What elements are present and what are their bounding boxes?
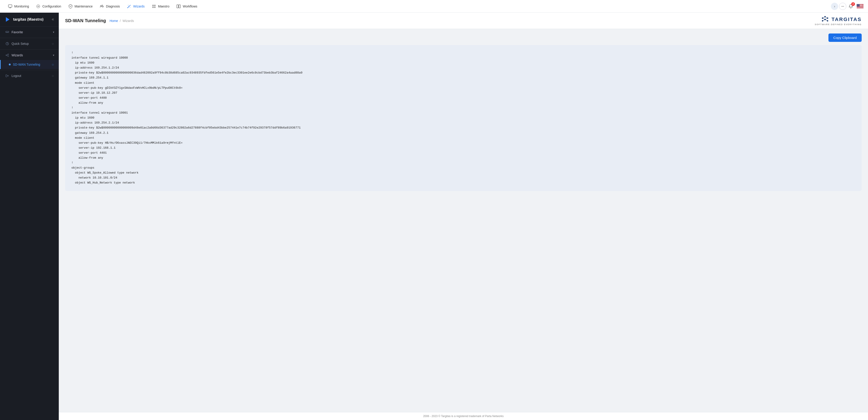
svg-point-34 [8,54,8,55]
sidebar-divider-1 [0,38,59,38]
targitas-logo-icon [820,16,830,23]
breadcrumb-separator: / [120,19,121,23]
svg-line-48 [823,18,825,20]
svg-line-38 [7,55,8,56]
monitor-icon [8,4,13,9]
sidebar-item-label: Favorite [11,30,23,34]
sidebar-collapse-button[interactable] [51,18,54,21]
page-title: SD-WAN Tunneling [65,18,106,23]
nav-item-workflows[interactable]: Workflows [173,2,200,11]
sidebar-item-label: Wizards [11,53,23,57]
star-icon[interactable]: ☆ [52,74,54,78]
topbar: MonitoringConfigurationMaintenanceDiagno… [0,0,868,13]
svg-rect-0 [8,5,12,7]
svg-point-9 [128,5,128,5]
targitas-logo: TARGITAS [820,16,862,23]
nav-item-label-wizards: Wizards [133,4,145,8]
footer-text: 2006 - 2023 © Targitas is a registered t… [423,415,504,418]
svg-line-50 [823,20,825,21]
nav-item-label-maestro: Maestro [158,4,169,8]
nav-item-diagnosis[interactable]: Diagnosis [96,2,123,11]
sidebar-divider-2 [0,49,59,50]
star-icon[interactable]: ☆ [52,42,54,46]
content-area: SD-WAN Tunneling Home / Wizards [59,13,868,420]
sidebar-item-quick-setup[interactable]: Quick Setup ☆ [0,39,59,49]
svg-line-47 [825,17,828,18]
wave-icon [99,4,104,9]
active-dot-icon [9,63,11,65]
sidebar: targitas (Maestro) Favorite ▾ [0,13,59,420]
chevron-down-icon: ▾ [53,31,54,34]
shield-check-icon [68,4,73,9]
main-layout: targitas (Maestro) Favorite ▾ [0,13,868,420]
config-code-block: ! interface tunnel wireguard 10000 ip mt… [65,45,862,191]
sidebar-item-logout[interactable]: Logout ☆ [0,71,59,81]
breadcrumb: Home / Wizards [110,19,134,23]
flag-icon[interactable]: ★ ★ ★ ★ ★ ★ ★ ★ ★ ★ ★ ★ ★ ★ ★ ★ ★ ★ [857,4,864,8]
sidebar-item-favorite[interactable]: Favorite ▾ [0,27,59,37]
svg-line-46 [823,17,825,18]
nav-item-configuration[interactable]: Configuration [33,2,64,11]
svg-line-49 [825,18,828,20]
nav-item-label-workflows: Workflows [183,4,197,8]
chevron-right-icon: › [834,4,835,8]
dots-icon [841,4,844,8]
nav-item-monitoring[interactable]: Monitoring [4,2,32,11]
sidebar-item-label: SD-WAN Tunneling [13,63,40,66]
notification-button[interactable]: 2 [847,3,855,10]
svg-point-10 [130,7,130,7]
columns-icon [176,4,181,9]
sidebar-logo: targitas (Maestro) [0,13,59,26]
content-body: Copy Clipboard ! interface tunnel wiregu… [59,29,868,412]
breadcrumb-home[interactable]: Home [110,19,118,23]
svg-rect-27 [857,8,864,8]
svg-rect-26 [857,7,864,8]
svg-rect-14 [152,6,154,8]
svg-rect-25 [857,7,864,7]
targitas-header-logo: TARGITAS SOFTWARE DEFINED EVERYTHING [815,16,862,26]
svg-point-6 [39,6,40,6]
notification-badge: 2 [851,2,855,6]
svg-rect-16 [177,5,178,8]
nav-item-wizards[interactable]: Wizards [123,2,148,11]
nav-item-label-configuration: Configuration [42,4,61,8]
nav-item-label-maintenance: Maintenance [74,4,93,8]
settings-dots-button[interactable] [839,3,846,10]
svg-rect-17 [179,5,180,8]
sidebar-item-label: Logout [11,74,21,78]
sidebar-item-wizards[interactable]: Wizards ▾ [0,51,59,60]
sidebar-section-main: Favorite ▾ Quick Setup ☆ [0,26,59,81]
svg-point-36 [8,56,8,57]
nav-item-label-diagnosis: Diagnosis [106,4,120,8]
svg-point-35 [6,55,7,56]
nav-item-maintenance[interactable]: Maintenance [65,2,96,11]
nav-item-maestro[interactable]: Maestro [148,2,173,11]
sidebar-title: targitas (Maestro) [13,18,43,22]
svg-marker-32 [6,17,9,22]
sidebar-item-label: Quick Setup [11,42,29,46]
star-icon[interactable]: ☆ [52,63,54,66]
svg-rect-15 [154,6,156,8]
brand-name: TARGITAS [832,17,862,22]
svg-point-5 [37,6,37,6]
svg-marker-8 [129,5,130,6]
brand-tagline: SOFTWARE DEFINED EVERYTHING [815,23,862,26]
svg-point-19 [842,6,843,6]
chevron-down-icon: ▾ [53,54,54,57]
svg-line-7 [127,6,129,8]
svg-rect-13 [154,5,156,6]
svg-point-18 [842,6,842,6]
svg-line-37 [7,55,8,55]
nav-item-label-monitoring: Monitoring [14,4,29,8]
logout-icon [5,74,9,78]
content-header: SD-WAN Tunneling Home / Wizards [59,13,868,29]
footer: 2006 - 2023 © Targitas is a registered t… [59,412,868,420]
svg-line-51 [825,20,828,21]
copy-clipboard-button[interactable]: Copy Clipboard [829,33,862,42]
sidebar-divider-3 [0,70,59,70]
svg-text:★ ★ ★ ★ ★ ★: ★ ★ ★ ★ ★ ★ [857,5,862,6]
more-nav-button[interactable]: › [831,3,838,10]
wand-icon [127,4,131,9]
sidebar-item-sd-wan-tunneling[interactable]: SD-WAN Tunneling ☆ [0,60,59,69]
grid-icon [151,4,156,9]
